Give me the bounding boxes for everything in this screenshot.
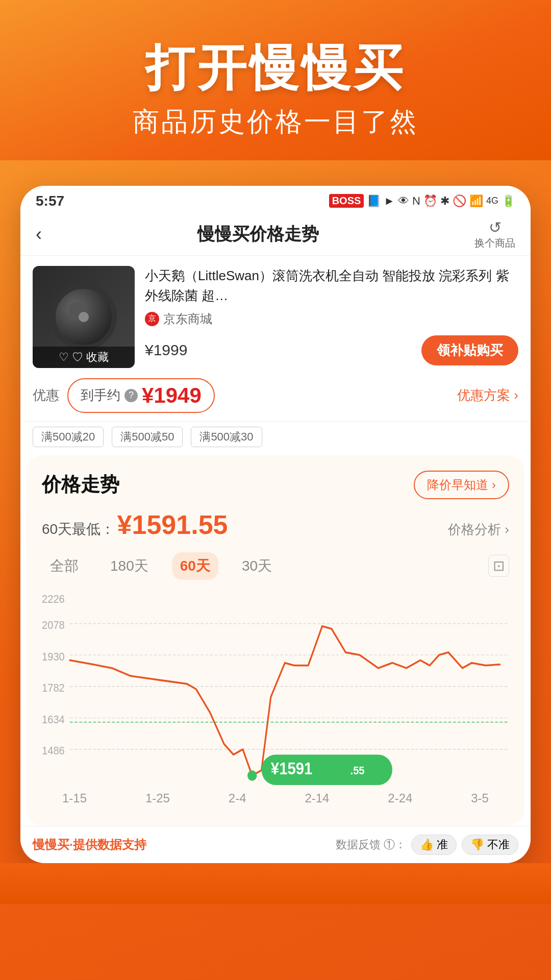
x-axis-labels: 1-15 1-25 2-4 2-14 2-24 3-5	[42, 791, 509, 805]
product-name: 小天鹅（LittleSwan）滚筒洗衣机全自动 智能投放 浣彩系列 紫外线除菌 …	[145, 266, 518, 306]
discount-link[interactable]: 优惠方案 ›	[457, 386, 518, 404]
hero-subtitle: 商品历史价格一目了然	[31, 104, 520, 140]
tab-30[interactable]: 30天	[234, 552, 280, 580]
alert-button[interactable]: 降价早知道 ›	[414, 471, 509, 499]
svg-text:2078: 2078	[42, 618, 65, 631]
svg-text:1782: 1782	[42, 681, 65, 694]
chart-title: 价格走势	[42, 472, 119, 498]
chart-area: 2226 2078 1930 1782 1634 1486	[42, 592, 509, 786]
product-image: ♡ ♡ 收藏	[33, 266, 135, 368]
thumbs-down-button[interactable]: 👎 不准	[462, 835, 518, 855]
buy-button[interactable]: 领补贴购买	[421, 335, 518, 365]
nav-refresh-button[interactable]: ↺ 换个商品	[474, 218, 515, 250]
status-time: 5:57	[36, 193, 64, 209]
svg-text:¥1591: ¥1591	[271, 759, 312, 778]
hero-title: 打开慢慢买	[31, 41, 520, 95]
discount-label: 优惠	[33, 386, 59, 404]
thumbs-up-button[interactable]: 👍 准	[411, 835, 457, 855]
chart-section: 价格走势 降价早知道 › 60天最低： ¥1591.55 价格分析 › 全部 1…	[27, 455, 524, 826]
discount-pill: 到手约 ? ¥1949	[67, 378, 215, 413]
lowest-label: 60天最低：	[42, 521, 115, 537]
coupon-row: 满500减20 满500减50 满500减30	[20, 422, 531, 455]
lowest-price: ¥1591.55	[117, 510, 228, 540]
svg-text:1930: 1930	[42, 650, 65, 663]
svg-text:.55: .55	[350, 764, 365, 777]
question-icon: ?	[124, 389, 138, 402]
brand-label: 慢慢买·提供数据支持	[33, 837, 146, 853]
tab-all[interactable]: 全部	[42, 552, 87, 580]
bookmark-label[interactable]: ♡ ♡ 收藏	[33, 347, 135, 368]
svg-text:1634: 1634	[42, 713, 65, 725]
status-icons: BOSS 📘 ► 👁 N ⏰ ✱ 🚫 📶 4G 🔋	[329, 194, 515, 208]
phone-card: 5:57 BOSS 📘 ► 👁 N ⏰ ✱ 🚫 📶 4G 🔋 ‹ 慢慢买价格走势…	[20, 186, 531, 863]
tab-180[interactable]: 180天	[102, 552, 157, 580]
nav-title: 慢慢买价格走势	[197, 223, 319, 246]
status-bar: 5:57 BOSS 📘 ► 👁 N ⏰ ✱ 🚫 📶 4G 🔋	[20, 186, 531, 213]
nav-back-button[interactable]: ‹	[36, 224, 42, 245]
nav-refresh-label: 换个商品	[474, 236, 515, 250]
product-price: ¥1999	[145, 341, 187, 359]
coupon-tag-2: 满500减50	[112, 427, 183, 447]
shop-icon: 京	[145, 312, 159, 326]
svg-text:1486: 1486	[42, 744, 65, 757]
svg-text:2226: 2226	[42, 592, 65, 605]
nav-bar: ‹ 慢慢买价格走势 ↺ 换个商品	[20, 213, 531, 256]
feedback-area: 数据反馈 ①： 👍 准 👎 不准	[336, 835, 518, 855]
expand-icon[interactable]: ⊡	[488, 555, 509, 577]
feedback-label: 数据反馈 ①：	[336, 837, 406, 852]
arrived-label: 到手约	[81, 386, 120, 404]
svg-point-11	[247, 770, 257, 781]
analysis-link[interactable]: 价格分析 ›	[448, 521, 509, 538]
arrived-price: ¥1949	[142, 383, 202, 408]
coupon-tag-3: 满500减30	[191, 427, 262, 447]
tab-60[interactable]: 60天	[172, 552, 218, 580]
refresh-icon: ↺	[489, 218, 502, 236]
shop-name: 京东商城	[163, 311, 212, 327]
coupon-tag-1: 满500减20	[33, 427, 104, 447]
bottom-bar: 慢慢买·提供数据支持 数据反馈 ①： 👍 准 👎 不准	[20, 826, 531, 863]
